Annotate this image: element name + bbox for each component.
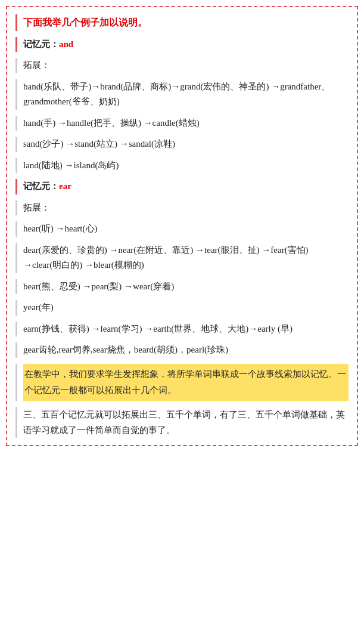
memory-unit-2-line-6: gear齿轮,rear饲养,sear烧焦，beard(胡须)，pearl(珍珠) <box>15 342 349 358</box>
memory-unit-1-line-4: land(陆地) →island(岛屿) <box>15 158 349 174</box>
line-item: dear(亲爱的、珍贵的) →near(在附近、靠近) →tear(眼泪、扯) … <box>23 243 349 273</box>
bottom-text: 三、五百个记忆元就可以拓展出三、五千个单词，有了三、五千个单词做基础，英语学习就… <box>23 410 345 435</box>
memory-unit-2-line-2: dear(亲爱的、珍贵的) →near(在附近、靠近) →tear(眼泪、扯) … <box>15 243 349 273</box>
intro-title-section: 下面我举几个例子加以说明。 <box>15 14 349 31</box>
memory-unit-2-line-3: bear(熊、忍受) →pear(梨) →wear(穿着) <box>15 279 349 295</box>
highlight-section: 在教学中，我们要求学生发挥想象，将所学单词串联成一个故事线索加以记忆。一个记忆元… <box>15 364 349 401</box>
memory-unit-1-line-3: sand(沙子) →stand(站立) →sandal(凉鞋) <box>15 137 349 152</box>
intro-title: 下面我举几个例子加以说明。 <box>23 17 147 27</box>
line-item: year(年) <box>23 300 349 316</box>
line-item: bear(熊、忍受) →pear(梨) →wear(穿着) <box>23 279 349 295</box>
memory-unit-2-header: 记忆元：ear <box>15 179 349 194</box>
main-container: 下面我举几个例子加以说明。 记忆元：and 拓展： band(乐队、带子)→br… <box>6 6 358 446</box>
memory-unit-2-line-4: year(年) <box>15 300 349 316</box>
line-item: hand(手) →handle(把手、操纵) →candle(蜡烛) <box>23 116 349 131</box>
highlight-text: 在教学中，我们要求学生发挥想象，将所学单词串联成一个故事线索加以记忆。一个记忆元… <box>23 364 349 401</box>
line-item: gear齿轮,rear饲养,sear烧焦，beard(胡须)，pearl(珍珠) <box>23 342 349 358</box>
memory-unit-2-expand-label: 拓展： <box>15 200 349 216</box>
memory-unit-2-line-1: hear(听) →heart(心) <box>15 221 349 237</box>
line-item: hear(听) →heart(心) <box>23 221 349 237</box>
memory-unit-1-line-1: band(乐队、带子)→brand(品牌、商标)→grand(宏伟的、神圣的) … <box>15 79 349 110</box>
line-item: land(陆地) →island(岛屿) <box>23 158 349 174</box>
memory-unit-2-line-5: earn(挣钱、获得) →learn(学习) →earth(世界、地球、大地)→… <box>15 322 349 337</box>
memory-unit-1-line-2: hand(手) →handle(把手、操纵) →candle(蜡烛) <box>15 116 349 131</box>
memory-unit-1-expand-label: 拓展： <box>15 58 349 73</box>
memory-unit-2-label: 记忆元：ear <box>23 181 71 191</box>
line-item: sand(沙子) →stand(站立) →sandal(凉鞋) <box>23 137 349 152</box>
line-item: earn(挣钱、获得) →learn(学习) →earth(世界、地球、大地)→… <box>23 322 349 337</box>
memory-unit-1-header: 记忆元：and <box>15 37 349 52</box>
memory-unit-1-label: 记忆元：and <box>23 39 73 49</box>
bottom-section: 三、五百个记忆元就可以拓展出三、五千个单词，有了三、五千个单词做基础，英语学习就… <box>15 407 349 438</box>
line-item: band(乐队、带子)→brand(品牌、商标)→grand(宏伟的、神圣的) … <box>23 79 349 110</box>
